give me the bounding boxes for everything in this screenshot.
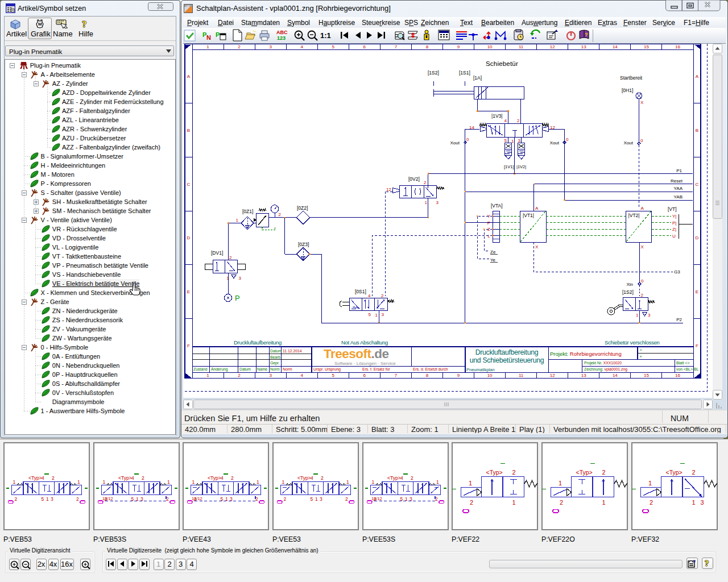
svg-text:Druckluftaufbereitung: Druckluftaufbereitung bbox=[475, 348, 539, 356]
svg-text:15: 15 bbox=[644, 373, 649, 378]
svg-text:<Typ>: <Typ> bbox=[576, 469, 593, 476]
svg-text:2: 2 bbox=[512, 469, 516, 476]
svg-text:P: P bbox=[216, 31, 220, 38]
svg-text:2: 2 bbox=[424, 180, 427, 185]
svg-text:7: 7 bbox=[395, 44, 398, 49]
svg-text:|VT1|: |VT1| bbox=[523, 213, 534, 218]
svg-text:2: 2 bbox=[321, 475, 324, 481]
svg-text:P1: P1 bbox=[676, 168, 682, 173]
svg-text:D: D bbox=[696, 235, 699, 240]
svg-text:Treesoft.de: Treesoft.de bbox=[324, 347, 389, 361]
svg-text:6: 6 bbox=[363, 373, 366, 378]
svg-text:2: 2 bbox=[470, 499, 473, 506]
svg-text:2: 2 bbox=[560, 499, 563, 506]
svg-text:0: 0 bbox=[640, 138, 643, 143]
svg-text:Pneumatikplan: Pneumatikplan bbox=[466, 367, 495, 372]
svg-text:1: 1 bbox=[257, 479, 259, 485]
svg-text:5: 5 bbox=[42, 496, 44, 502]
svg-text:3: 3 bbox=[382, 312, 384, 317]
svg-text:2: 2 bbox=[52, 475, 55, 481]
svg-text:Druckluftaufbereitung: Druckluftaufbereitung bbox=[234, 339, 282, 346]
svg-text:3: 3 bbox=[701, 499, 704, 506]
svg-text:16: 16 bbox=[675, 44, 680, 49]
svg-text:1: 1 bbox=[46, 496, 49, 502]
svg-text:2: 2 bbox=[231, 475, 234, 481]
svg-text:11: 11 bbox=[519, 44, 524, 49]
svg-text:B: B bbox=[187, 128, 190, 133]
svg-text:1: 1 bbox=[559, 480, 562, 487]
svg-text:12: 12 bbox=[550, 44, 555, 49]
svg-text:2: 2 bbox=[381, 293, 384, 298]
svg-text:1: 1 bbox=[315, 496, 318, 502]
svg-text:A: A bbox=[535, 206, 539, 211]
svg-text:5: 5 bbox=[332, 373, 335, 378]
svg-text:Not Aus Abschaltung: Not Aus Abschaltung bbox=[341, 339, 388, 346]
svg-text:Zustand: Zustand bbox=[193, 367, 208, 371]
svg-text:Datum: Datum bbox=[270, 349, 282, 353]
svg-text:16: 16 bbox=[675, 373, 680, 378]
svg-text:<Typ>: <Typ> bbox=[486, 469, 503, 476]
svg-text:2: 2 bbox=[650, 499, 653, 506]
svg-text:2: 2 bbox=[166, 496, 169, 502]
svg-text:P2: P2 bbox=[676, 317, 682, 322]
svg-text:1: 1 bbox=[236, 218, 239, 223]
svg-text:Projekt Nr. XXX10020: Projekt Nr. XXX10020 bbox=[584, 361, 622, 365]
svg-text:Ye: Ye bbox=[490, 257, 496, 263]
svg-text:und Schiebetürsteuerung: und Schiebetürsteuerung bbox=[470, 356, 544, 364]
svg-text:2: 2 bbox=[15, 496, 18, 502]
svg-text:15: 15 bbox=[644, 44, 649, 49]
svg-text:1: 1 bbox=[636, 313, 639, 318]
svg-text:<Typ>: <Typ> bbox=[387, 475, 401, 481]
svg-text:2: 2 bbox=[255, 496, 258, 502]
svg-text:13: 13 bbox=[581, 44, 586, 49]
svg-text:Y|: Y| bbox=[672, 214, 676, 219]
svg-text:9: 9 bbox=[457, 44, 460, 49]
svg-text:1: 1 bbox=[192, 479, 195, 485]
svg-text:<Typ>: <Typ> bbox=[28, 475, 42, 481]
svg-text:4: 4 bbox=[131, 475, 134, 481]
svg-text:von <BL> BL: von <BL> BL bbox=[676, 367, 699, 371]
svg-text:1:1: 1:1 bbox=[320, 31, 331, 40]
svg-text:<Typ>: <Typ> bbox=[208, 475, 221, 481]
svg-text:1: 1 bbox=[602, 499, 606, 506]
svg-text:Schiebetür: Schiebetür bbox=[486, 60, 518, 67]
svg-text:Urspr. Ursprung: Urspr. Ursprung bbox=[313, 367, 341, 372]
svg-text:Z|: Z| bbox=[672, 227, 676, 232]
svg-text:2: 2 bbox=[602, 469, 606, 476]
svg-text:1: 1 bbox=[648, 480, 652, 487]
svg-text:=: = bbox=[640, 347, 643, 352]
svg-text:A: A bbox=[696, 74, 699, 79]
svg-text:3: 3 bbox=[648, 313, 651, 318]
svg-text:<Typ>: <Typ> bbox=[666, 469, 682, 476]
svg-text:1: 1 bbox=[436, 479, 439, 485]
svg-text:12: 12 bbox=[550, 373, 555, 378]
svg-text:[0V2]: [0V2] bbox=[408, 176, 420, 182]
svg-text:Norm: Norm bbox=[270, 367, 280, 371]
svg-text:4: 4 bbox=[300, 373, 303, 378]
svg-text:G3: G3 bbox=[674, 269, 680, 275]
svg-text:?: ? bbox=[705, 559, 709, 568]
svg-text:[1S1]: [1S1] bbox=[459, 70, 470, 76]
svg-text:E: E bbox=[696, 289, 698, 294]
svg-text:?: ? bbox=[585, 32, 588, 38]
svg-text:1: 1 bbox=[372, 479, 375, 485]
svg-text:Xout: Xout bbox=[450, 140, 460, 146]
svg-text:1: 1 bbox=[206, 44, 209, 49]
svg-text:Blatt <>: Blatt <> bbox=[676, 361, 689, 365]
svg-text:B: B bbox=[696, 128, 698, 133]
svg-text:1: 1 bbox=[692, 499, 696, 506]
svg-text:14/12: 14/12 bbox=[102, 496, 113, 501]
svg-text:8: 8 bbox=[426, 373, 429, 378]
svg-text:14/12: 14/12 bbox=[192, 496, 202, 501]
svg-text:[0Z3]: [0Z3] bbox=[298, 242, 309, 247]
svg-text:12: 12 bbox=[550, 125, 555, 130]
svg-text:Ers. f. Ersatz für: Ers. f. Ersatz für bbox=[362, 367, 390, 371]
svg-text:1: 1 bbox=[375, 313, 378, 318]
svg-text:2: 2 bbox=[345, 496, 348, 502]
svg-text:A: A bbox=[641, 206, 644, 211]
svg-text:9: 9 bbox=[457, 373, 460, 378]
svg-text:10: 10 bbox=[487, 44, 493, 49]
svg-text:<Typ>: <Typ> bbox=[118, 475, 132, 481]
svg-text:123: 123 bbox=[277, 35, 286, 41]
svg-text:Projekt: Rohrbiegevorrichtung: Projekt: Rohrbiegevorrichtung bbox=[550, 351, 622, 357]
